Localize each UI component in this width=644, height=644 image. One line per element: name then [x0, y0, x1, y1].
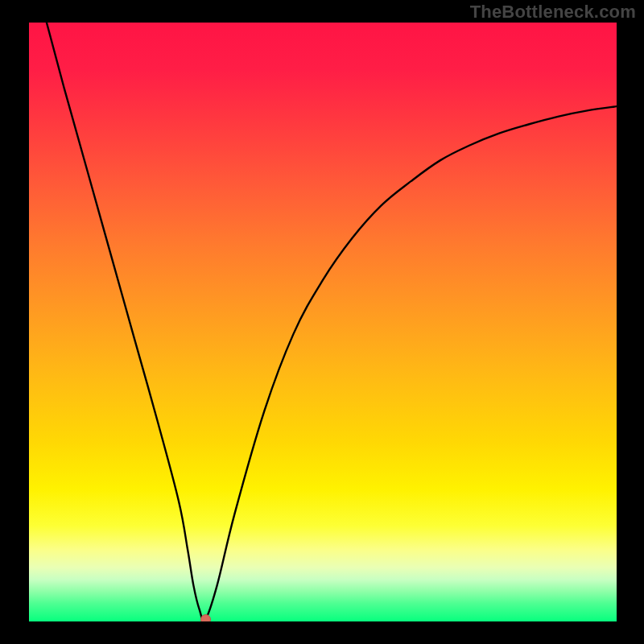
- bottleneck-curve: [47, 23, 617, 621]
- chart-frame: TheBottleneck.com: [0, 0, 644, 644]
- plot-area: [29, 23, 617, 621]
- watermark-label: TheBottleneck.com: [470, 2, 636, 23]
- optimum-point-marker: [200, 614, 211, 621]
- curve-svg: [29, 23, 617, 621]
